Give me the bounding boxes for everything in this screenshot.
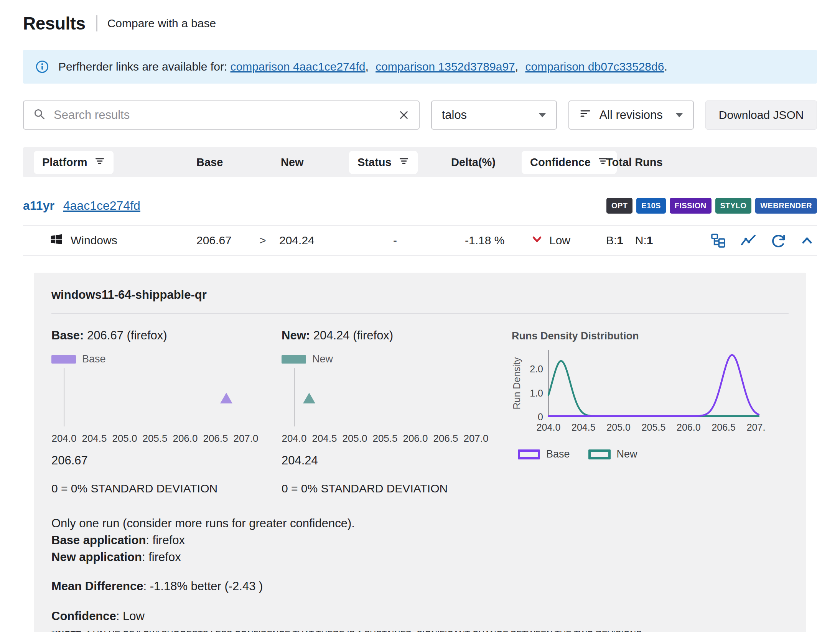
base-plot xyxy=(64,368,246,426)
platform-filter-button[interactable]: Platform xyxy=(34,151,114,174)
svg-text:205.5: 205.5 xyxy=(642,422,666,433)
density-legend: Base New xyxy=(518,448,789,460)
title-divider xyxy=(96,15,97,31)
download-json-button[interactable]: Download JSON xyxy=(705,100,817,130)
result-row-windows: Windows 206.67 > 204.24 - -1.18 % Low B:… xyxy=(23,225,817,256)
suite-tag[interactable]: FISSION xyxy=(670,198,712,214)
card-divider xyxy=(51,313,789,314)
new-value: 204.24 xyxy=(276,234,349,247)
suite-row: a11yr 4aac1ce274fd OPT E10S FISSION STYL… xyxy=(23,198,817,214)
perfherder-links-banner: Perfherder links are available for: comp… xyxy=(23,50,817,84)
new-heading-value: 204.24 (firefox) xyxy=(313,329,394,342)
suite-tag[interactable]: OPT xyxy=(606,198,632,214)
suite-tags: OPT E10S FISSION STYLO WEBRENDER xyxy=(606,198,817,214)
chevron-down-icon xyxy=(539,113,546,117)
density-legend-new-swatch xyxy=(588,449,611,459)
page-subtitle: Compare with a base xyxy=(107,17,216,30)
revisions-select[interactable]: All revisions xyxy=(568,100,694,130)
confidence-value: Low xyxy=(549,234,570,247)
header-base: Base xyxy=(192,156,249,169)
svg-text:206.0: 206.0 xyxy=(677,422,701,433)
header-delta: Delta(%) xyxy=(441,156,522,169)
confidence-line: Confidence: Low xyxy=(51,608,789,625)
density-chart-title: Runs Density Distribution xyxy=(512,330,789,342)
new-application-line: New application: firefox xyxy=(51,549,789,566)
base-legend-label: Base xyxy=(82,353,106,365)
new-heading-label: New: xyxy=(282,329,310,342)
new-legend-label: New xyxy=(312,353,333,365)
base-marker-triangle xyxy=(220,393,232,403)
comparison-link-3[interactable]: comparison db07c33528d6 xyxy=(525,60,664,73)
mean-difference-line: Mean Difference: -1.18% better (-2.43 ) xyxy=(51,578,789,595)
comparison-link-1[interactable]: comparison 4aac1ce274fd xyxy=(231,60,366,73)
clear-search-icon[interactable] xyxy=(398,109,410,121)
toolbar: talos All revisions Download JSON xyxy=(23,100,817,130)
svg-text:204.0: 204.0 xyxy=(537,422,561,433)
subtests-icon[interactable] xyxy=(710,232,726,249)
suite-tag[interactable]: STYLO xyxy=(715,198,752,214)
density-legend-new-label: New xyxy=(617,448,637,460)
base-application-line: Base application: firefox xyxy=(51,532,789,549)
comparison-link-2[interactable]: comparison 1352d3789a97 xyxy=(376,60,515,73)
trend-down-icon xyxy=(531,233,543,248)
filter-icon xyxy=(94,156,105,169)
refresh-icon[interactable] xyxy=(770,232,786,249)
platform-label: Windows xyxy=(71,234,117,247)
distribution-charts: Base: 206.67 (firefox) Base 204.0204.520… xyxy=(51,329,789,495)
new-plot xyxy=(294,368,476,426)
runs-note: Only one run (consider more runs for gre… xyxy=(51,515,789,532)
test-name: windows11-64-shippable-qr xyxy=(51,288,789,302)
filter-lines-icon xyxy=(579,107,591,123)
base-heading-label: Base: xyxy=(51,329,84,342)
graph-icon[interactable] xyxy=(740,232,756,249)
density-legend-base-swatch xyxy=(518,449,540,459)
new-stddev: 0 = 0% STANDARD DEVIATION xyxy=(282,482,489,495)
runs-density-panel: Runs Density Distribution Run Density01.… xyxy=(512,329,789,495)
svg-text:206.5: 206.5 xyxy=(712,422,736,433)
detail-notes: Only one run (consider more runs for gre… xyxy=(51,515,789,632)
new-distribution-panel: New: 204.24 (firefox) New 204.0204.5205.… xyxy=(282,329,489,495)
header-new: New xyxy=(276,156,349,169)
base-value: 206.67 xyxy=(192,234,249,247)
comparison-sign: > xyxy=(249,234,276,247)
svg-text:1.0: 1.0 xyxy=(530,388,543,398)
base-point-value: 206.67 xyxy=(51,454,259,467)
svg-text:204.5: 204.5 xyxy=(572,422,596,433)
svg-text:205.0: 205.0 xyxy=(606,422,631,433)
suite-name-link[interactable]: a11yr xyxy=(23,199,54,212)
results-page: Results Compare with a base Perfherder l… xyxy=(0,0,840,632)
revisions-select-value: All revisions xyxy=(599,108,662,122)
banner-text: Perfherder links are available for: comp… xyxy=(58,60,667,73)
suite-tag[interactable]: E10S xyxy=(636,198,666,214)
results-table-header: Platform Base New Status Delta(%) Confid… xyxy=(23,147,817,177)
status-value: - xyxy=(349,234,441,247)
search-icon xyxy=(33,108,46,122)
status-filter-button[interactable]: Status xyxy=(349,151,418,174)
base-legend-swatch xyxy=(51,355,76,364)
filter-icon xyxy=(399,156,409,169)
framework-select[interactable]: talos xyxy=(431,100,557,130)
density-legend-base-label: Base xyxy=(546,448,570,460)
svg-text:207.0: 207.0 xyxy=(747,422,765,433)
svg-text:0: 0 xyxy=(538,411,543,422)
base-heading-value: 206.67 (firefox) xyxy=(87,329,167,342)
svg-text:2.0: 2.0 xyxy=(530,364,543,374)
windows-logo-icon xyxy=(50,233,63,249)
new-legend-swatch xyxy=(282,355,306,364)
delta-value: -1.18 % xyxy=(441,234,522,247)
chevron-down-icon xyxy=(675,113,683,117)
total-runs-value: B:1 N:1 xyxy=(598,234,690,247)
new-x-ticks: 204.0204.5205.0205.5206.0206.5207.0 xyxy=(282,433,489,444)
search-input[interactable] xyxy=(53,108,391,122)
header-total-runs: Total Runs xyxy=(598,156,690,169)
page-title: Results xyxy=(23,13,86,34)
search-box xyxy=(23,100,420,130)
suite-revision-link[interactable]: 4aac1ce274fd xyxy=(63,199,140,212)
svg-text:Run Density: Run Density xyxy=(512,357,522,410)
base-stddev: 0 = 0% STANDARD DEVIATION xyxy=(51,482,259,495)
suite-tag[interactable]: WEBRENDER xyxy=(755,198,817,214)
new-point-value: 204.24 xyxy=(282,454,489,467)
base-distribution-panel: Base: 206.67 (firefox) Base 204.0204.520… xyxy=(51,329,259,495)
page-header: Results Compare with a base xyxy=(23,13,817,34)
collapse-chevron-up-icon[interactable] xyxy=(800,234,814,247)
